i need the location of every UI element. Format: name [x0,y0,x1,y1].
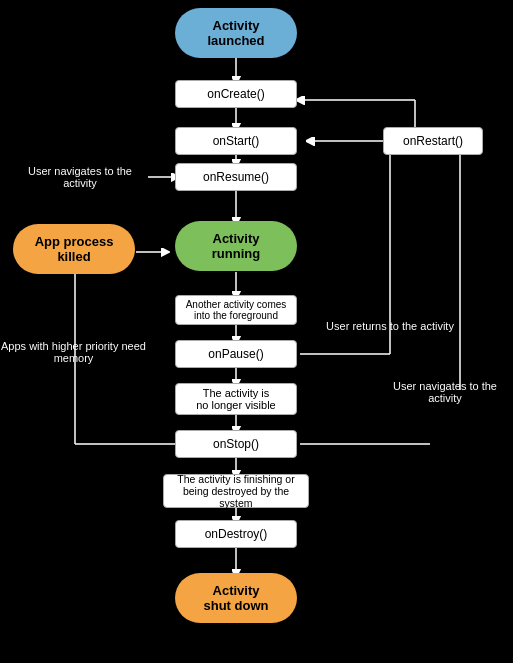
on-create-node: onCreate() [175,80,297,108]
activity-launched-node: Activity launched [175,8,297,58]
user-navigates-bottom-label: User navigates to the activity [380,380,510,404]
on-restart-label: onRestart() [403,134,463,148]
finishing-destroyed-label: The activity is finishing or being destr… [172,473,300,509]
app-process-killed-node: App process killed [13,224,135,274]
on-destroy-label: onDestroy() [205,527,268,541]
activity-launched-label: Activity launched [207,18,264,48]
activity-shut-down-node: Activity shut down [175,573,297,623]
on-start-node: onStart() [175,127,297,155]
on-destroy-node: onDestroy() [175,520,297,548]
no-longer-visible-box: The activity is no longer visible [175,383,297,415]
activity-running-node: Activity running [175,221,297,271]
app-process-killed-label: App process killed [35,234,114,264]
on-resume-label: onResume() [203,170,269,184]
on-pause-label: onPause() [208,347,263,361]
on-restart-node: onRestart() [383,127,483,155]
activity-running-label: Activity running [212,231,260,261]
on-pause-node: onPause() [175,340,297,368]
apps-priority-label: Apps with higher priority need memory [1,340,146,364]
on-resume-node: onResume() [175,163,297,191]
on-create-label: onCreate() [207,87,264,101]
on-start-label: onStart() [213,134,260,148]
on-stop-node: onStop() [175,430,297,458]
on-stop-label: onStop() [213,437,259,451]
another-activity-label: Another activity comes into the foregrou… [186,299,287,321]
user-navigates-label: User navigates to the activity [10,165,150,189]
user-returns-label: User returns to the activity [325,320,455,332]
diagram: Activity launched onCreate() onStart() o… [0,0,513,663]
another-activity-box: Another activity comes into the foregrou… [175,295,297,325]
finishing-destroyed-box: The activity is finishing or being destr… [163,474,309,508]
no-longer-visible-label: The activity is no longer visible [196,387,276,411]
activity-shut-down-label: Activity shut down [204,583,269,613]
